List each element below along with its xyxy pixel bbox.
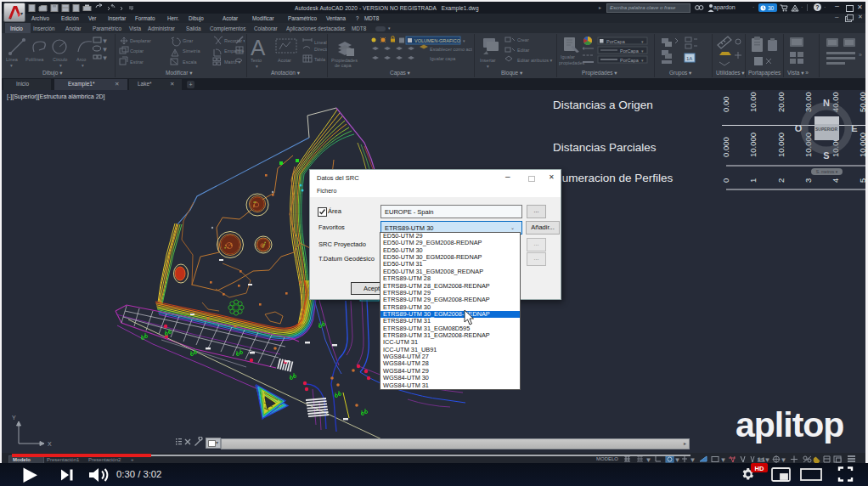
svg-text:10.00: 10.00 (748, 92, 758, 112)
svg-text:SUPERIOR: SUPERIOR (815, 127, 838, 132)
svg-text:0.00: 0.00 (721, 97, 730, 113)
svg-text:3: 3 (803, 178, 813, 183)
svg-text:HD: HD (755, 465, 764, 472)
svg-text:▾: ▾ (676, 457, 679, 462)
svg-text:4: 4 (831, 178, 840, 183)
svg-text:0.000: 0.000 (721, 137, 730, 157)
svg-text:2: 2 (776, 178, 786, 183)
svg-text:1:1 ▾: 1:1 ▾ (758, 457, 769, 462)
svg-text:E: E (851, 123, 857, 133)
svg-text:0: 0 (721, 178, 730, 183)
svg-text:Y: Y (12, 415, 16, 421)
svg-text:▾: ▾ (647, 457, 650, 462)
svg-text:S: S (823, 150, 829, 161)
svg-text:10.000: 10.000 (748, 133, 758, 157)
svg-text:X: X (48, 441, 52, 447)
svg-text:▾: ▾ (722, 457, 724, 462)
svg-text:▾: ▾ (691, 457, 694, 462)
svg-text:10.000: 10.000 (776, 133, 786, 157)
svg-text:20.00: 20.00 (776, 92, 786, 112)
svg-text:1: 1 (748, 178, 758, 183)
svg-text:N: N (823, 98, 830, 108)
svg-text:O: O (795, 123, 803, 133)
svg-text:▾: ▾ (782, 457, 785, 462)
